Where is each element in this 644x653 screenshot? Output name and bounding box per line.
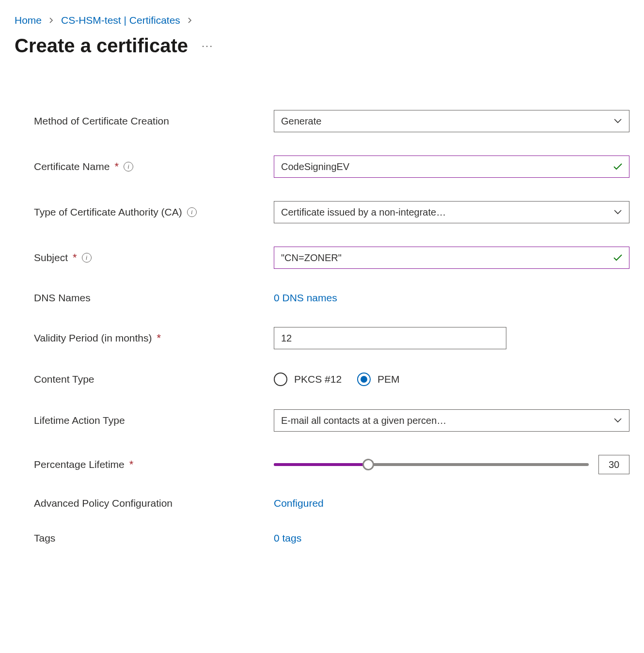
checkmark-icon [613, 163, 623, 171]
radio-icon [357, 373, 371, 386]
advanced-policy-label: Advanced Policy Configuration [34, 498, 274, 509]
ca-type-select[interactable]: Certificate issued by a non-integrate… [274, 201, 629, 223]
cert-name-label: Certificate Name * i [34, 160, 274, 173]
content-type-radio-group: PKCS #12 PEM [274, 373, 629, 386]
method-select[interactable]: Generate [274, 110, 629, 132]
info-icon[interactable]: i [124, 162, 133, 171]
ca-type-label: Type of Certificate Authority (CA) i [34, 206, 274, 218]
info-icon[interactable]: i [82, 253, 92, 263]
dns-names-label: DNS Names [34, 292, 274, 304]
lifetime-action-select[interactable]: E-mail all contacts at a given percen… [274, 409, 629, 432]
create-certificate-form: Method of Certificate Creation Generate … [15, 110, 629, 544]
method-label: Method of Certificate Creation [34, 115, 274, 127]
radio-icon [274, 373, 287, 386]
chevron-right-icon [48, 16, 54, 26]
validity-label: Validity Period (in months) * [34, 332, 274, 344]
checkmark-icon [613, 254, 623, 262]
breadcrumb-resource[interactable]: CS-HSM-test | Certificates [61, 15, 180, 26]
page-title: Create a certificate [15, 35, 188, 57]
tags-label: Tags [34, 532, 274, 544]
dns-names-link[interactable]: 0 DNS names [274, 292, 337, 303]
slider-thumb[interactable] [362, 459, 374, 470]
chevron-down-icon [613, 418, 622, 423]
page-title-row: Create a certificate ··· [15, 35, 629, 57]
percentage-lifetime-value[interactable]: 30 [598, 455, 629, 474]
content-type-pem-radio[interactable]: PEM [357, 373, 400, 386]
info-icon[interactable]: i [187, 207, 197, 217]
required-indicator: * [157, 332, 161, 344]
chevron-down-icon [613, 209, 622, 215]
lifetime-action-label: Lifetime Action Type [34, 415, 274, 426]
percentage-lifetime-slider[interactable] [274, 458, 589, 471]
required-indicator: * [129, 458, 134, 471]
chevron-down-icon [613, 118, 622, 124]
chevron-right-icon [187, 16, 193, 26]
percentage-lifetime-label: Percentage Lifetime * [34, 458, 274, 471]
cert-name-input[interactable] [274, 155, 629, 178]
validity-input[interactable] [274, 327, 506, 349]
more-actions-button[interactable]: ··· [202, 41, 213, 51]
required-indicator: * [73, 251, 77, 264]
content-type-label: Content Type [34, 373, 274, 385]
required-indicator: * [114, 160, 119, 173]
breadcrumb: Home CS-HSM-test | Certificates [15, 15, 629, 26]
breadcrumb-home[interactable]: Home [15, 15, 42, 26]
advanced-policy-link[interactable]: Configured [274, 498, 324, 509]
content-type-pkcs-radio[interactable]: PKCS #12 [274, 373, 342, 386]
subject-input[interactable] [274, 247, 629, 269]
tags-link[interactable]: 0 tags [274, 532, 301, 544]
subject-label: Subject * i [34, 251, 274, 264]
